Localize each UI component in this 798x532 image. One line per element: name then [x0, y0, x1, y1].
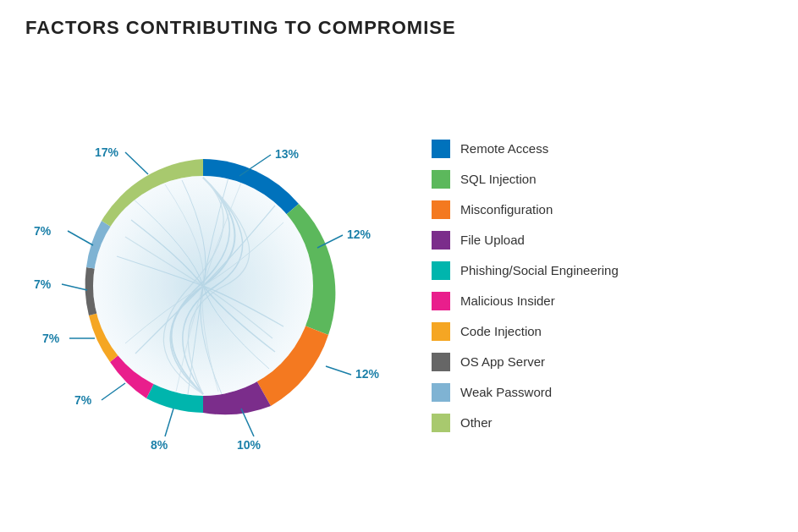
legend-item-weak: Weak Password	[432, 383, 619, 402]
donut-chart: 13% 12% 12% 10% 8% 7% 7% 7% 7%	[25, 108, 381, 463]
legend-color-other	[432, 414, 450, 432]
main-content: 13% 12% 12% 10% 8% 7% 7% 7% 7%	[25, 56, 773, 515]
legend-color-remote-access	[432, 140, 450, 158]
legend-item-malicious: Malicious Insider	[432, 292, 619, 310]
legend-label-phishing: Phishing/Social Engineering	[460, 263, 619, 277]
legend-color-sql	[432, 170, 450, 189]
legend-label-misc: Misconfiguration	[460, 202, 553, 217]
legend-item-misc: Misconfiguration	[432, 200, 619, 219]
pct-file: 10%	[237, 438, 261, 452]
legend-color-misc	[432, 200, 450, 219]
pct-weak: 7%	[34, 224, 52, 238]
pct-other: 17%	[95, 145, 119, 159]
legend-color-code	[432, 322, 450, 341]
page-title: FACTORS CONTRIBUTING TO COMPROMISE	[25, 17, 773, 39]
legend-item-file: File Upload	[432, 231, 619, 250]
line-weak	[68, 231, 93, 245]
legend-item-phishing: Phishing/Social Engineering	[432, 261, 619, 280]
line-misc	[326, 366, 351, 375]
legend: Remote Access SQL Injection Misconfigura…	[432, 140, 619, 432]
pct-malicious: 7%	[74, 393, 92, 407]
line-os	[62, 284, 87, 290]
legend-item-code: Code Injection	[432, 322, 619, 341]
legend-item-os: OS App Server	[432, 353, 619, 371]
legend-item-remote-access: Remote Access	[432, 140, 619, 158]
pct-sql: 12%	[347, 228, 371, 241]
legend-color-phishing	[432, 261, 450, 280]
legend-color-os	[432, 353, 450, 371]
legend-label-code: Code Injection	[460, 324, 542, 338]
chart-container: 13% 12% 12% 10% 8% 7% 7% 7% 7%	[25, 108, 381, 463]
legend-label-other: Other	[460, 415, 493, 430]
line-other	[125, 152, 148, 174]
line-phishing	[165, 409, 173, 436]
legend-color-file	[432, 231, 450, 250]
pct-remote-access: 13%	[275, 147, 300, 161]
pct-os: 7%	[34, 277, 52, 291]
legend-label-sql: SQL Injection	[460, 172, 537, 186]
legend-label-file: File Upload	[460, 233, 525, 247]
legend-item-sql: SQL Injection	[432, 170, 619, 189]
pct-misc: 12%	[355, 367, 380, 381]
line-malicious	[102, 383, 125, 400]
legend-item-other: Other	[432, 414, 619, 432]
legend-label-malicious: Malicious Insider	[460, 293, 555, 308]
pct-code: 7%	[42, 332, 60, 345]
legend-label-os: OS App Server	[460, 354, 545, 369]
legend-color-weak	[432, 383, 450, 402]
pct-phishing: 8%	[151, 438, 168, 452]
legend-label-weak: Weak Password	[460, 385, 552, 399]
legend-label-remote-access: Remote Access	[460, 141, 548, 156]
legend-color-malicious	[432, 292, 450, 310]
line-file	[241, 409, 254, 436]
